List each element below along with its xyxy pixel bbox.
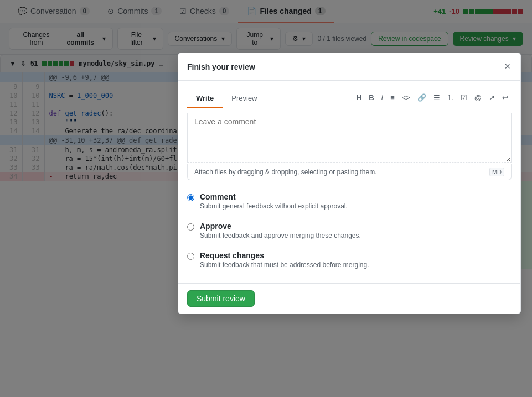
option-request-changes-content: Request changes Submit feedback that mus… bbox=[200, 251, 369, 269]
md-badge: MD bbox=[489, 168, 504, 176]
toolbar-undo[interactable]: ↩ bbox=[499, 91, 512, 104]
toolbar-code[interactable]: <> bbox=[399, 91, 414, 104]
modal-body: Write Preview H B I ≡ <> 🔗 ☰ 1. ☑ @ ↗ ↩ bbox=[178, 81, 520, 269]
toolbar-link[interactable]: 🔗 bbox=[414, 91, 430, 104]
review-options: Comment Submit general feedback without … bbox=[187, 187, 512, 269]
radio-request-changes[interactable] bbox=[187, 253, 194, 260]
toolbar-unordered-list[interactable]: ☰ bbox=[430, 91, 443, 104]
option-request-changes-title: Request changes bbox=[200, 251, 369, 260]
editor-toolbar-inline: H B I ≡ <> 🔗 ☰ 1. ☑ @ ↗ ↩ bbox=[353, 90, 512, 108]
option-approve-desc: Submit feedback and approve merging thes… bbox=[200, 232, 361, 239]
option-approve-content: Approve Submit feedback and approve merg… bbox=[200, 222, 361, 239]
modal-overlay: Finish your review × Write Preview H B I… bbox=[0, 0, 532, 269]
toolbar-italic[interactable]: I bbox=[378, 91, 387, 104]
option-comment[interactable]: Comment Submit general feedback without … bbox=[187, 187, 512, 216]
modal-close-button[interactable]: × bbox=[503, 60, 512, 74]
radio-approve[interactable] bbox=[187, 223, 194, 231]
option-comment-desc: Submit general feedback without explicit… bbox=[200, 202, 348, 210]
attach-text: Attach files by dragging & dropping, sel… bbox=[194, 168, 377, 176]
comment-textarea[interactable] bbox=[187, 113, 512, 163]
toolbar-quote[interactable]: ≡ bbox=[387, 91, 398, 104]
toolbar-heading[interactable]: H bbox=[353, 91, 365, 104]
option-approve-title: Approve bbox=[200, 222, 361, 231]
tab-write[interactable]: Write bbox=[187, 90, 223, 108]
toolbar-bold[interactable]: B bbox=[365, 91, 377, 104]
modal-header: Finish your review × bbox=[178, 53, 520, 81]
option-request-changes-desc: Submit feedback that must be addressed b… bbox=[200, 261, 369, 269]
option-comment-title: Comment bbox=[200, 192, 348, 201]
finish-review-modal: Finish your review × Write Preview H B I… bbox=[178, 53, 521, 269]
toolbar-ordered-list[interactable]: 1. bbox=[444, 91, 457, 104]
option-request-changes[interactable]: Request changes Submit feedback that mus… bbox=[187, 245, 512, 269]
attach-bar: Attach files by dragging & dropping, sel… bbox=[187, 164, 512, 180]
editor-tabs: Write Preview H B I ≡ <> 🔗 ☰ 1. ☑ @ ↗ ↩ bbox=[187, 90, 512, 108]
toolbar-mention[interactable]: @ bbox=[471, 91, 485, 104]
toolbar-task-list[interactable]: ☑ bbox=[457, 91, 471, 104]
toolbar-reference[interactable]: ↗ bbox=[485, 91, 498, 104]
option-approve[interactable]: Approve Submit feedback and approve merg… bbox=[187, 216, 512, 245]
option-comment-content: Comment Submit general feedback without … bbox=[200, 192, 348, 210]
modal-title: Finish your review bbox=[187, 62, 255, 71]
radio-comment[interactable] bbox=[187, 194, 194, 201]
tab-preview[interactable]: Preview bbox=[223, 90, 266, 108]
